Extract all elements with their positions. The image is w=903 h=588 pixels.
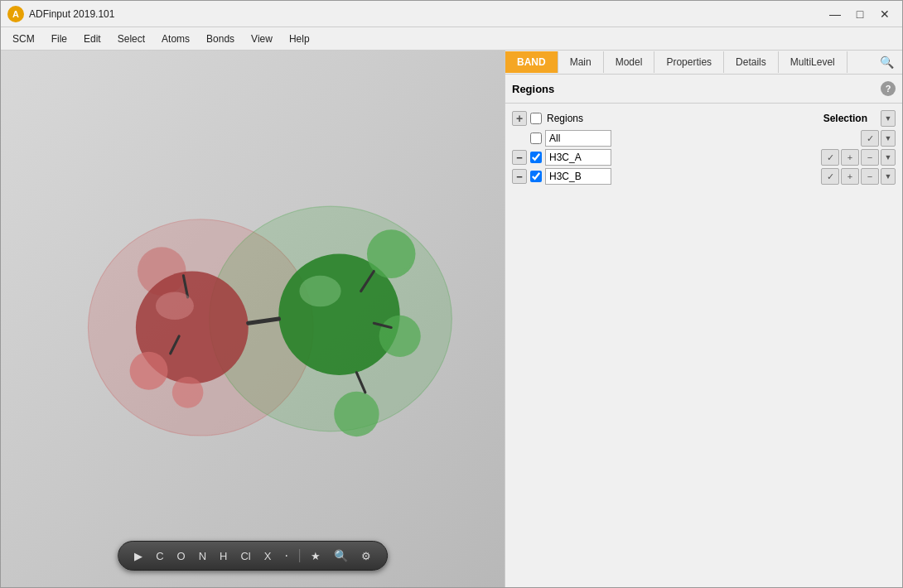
h3ca-remove-button[interactable]: − (512, 150, 527, 165)
element-Cl[interactable]: Cl (238, 548, 253, 564)
menu-file[interactable]: File (43, 30, 75, 48)
menu-scm[interactable]: SCM (4, 30, 43, 48)
svg-point-17 (299, 276, 340, 307)
menu-view[interactable]: View (243, 30, 281, 48)
svg-point-4 (130, 352, 168, 390)
h3ca-sel-minus[interactable]: − (861, 149, 879, 166)
h3cb-sel-plus[interactable]: + (841, 168, 859, 185)
all-region-checkbox[interactable] (530, 133, 542, 144)
menu-help[interactable]: Help (281, 30, 318, 48)
h3ca-checkbox[interactable] (530, 152, 542, 163)
regions-header-checkbox[interactable] (530, 113, 542, 124)
maximize-button[interactable]: □ (849, 6, 871, 22)
selection-dropdown[interactable]: ▼ (881, 110, 896, 127)
star-tool[interactable]: ★ (308, 548, 323, 564)
tab-model[interactable]: Model (604, 51, 655, 73)
menu-edit[interactable]: Edit (75, 30, 109, 48)
h3ca-sel-check[interactable]: ✓ (821, 149, 839, 166)
h3ca-region-row: − ✓ + − ▼ (512, 149, 896, 166)
h3ca-name-input[interactable] (545, 149, 611, 166)
app-icon: A (7, 6, 24, 22)
h3cb-sel-minus[interactable]: − (861, 168, 879, 185)
element-dot[interactable]: · (282, 547, 290, 565)
panel-title-bar: Regions ? (505, 75, 902, 104)
h3cb-sel-dropdown[interactable]: ▼ (881, 168, 896, 185)
all-region-name[interactable] (545, 130, 611, 147)
element-N[interactable]: N (196, 548, 209, 564)
window-controls: — □ ✕ (824, 6, 896, 22)
svg-point-16 (156, 292, 194, 320)
close-button[interactable]: ✕ (874, 6, 896, 22)
h3cb-remove-button[interactable]: − (512, 169, 527, 184)
h3cb-checkbox[interactable] (530, 171, 542, 182)
search-tool[interactable]: 🔍 (331, 547, 350, 564)
regions-label: Regions (547, 113, 583, 124)
all-sel-check-button[interactable]: ✓ (861, 130, 879, 147)
h3ca-sel-buttons: ✓ + − ▼ (821, 149, 896, 166)
content-area: ▶ C O N H Cl X · ★ 🔍 ⚙ BAND Main Model P… (1, 51, 902, 587)
element-C[interactable]: C (153, 548, 166, 564)
tab-properties[interactable]: Properties (654, 51, 724, 73)
panel-title-text: Regions (512, 83, 554, 95)
settings-tool[interactable]: ⚙ (359, 548, 374, 564)
title-bar: A ADFinput 2019.101 — □ ✕ (1, 1, 902, 27)
all-region-row: ✓ ▼ (512, 130, 896, 147)
h3cb-sel-buttons: ✓ + − ▼ (821, 168, 896, 185)
tab-search-icon[interactable]: 🔍 (872, 51, 902, 74)
tab-multilevel[interactable]: MultiLevel (779, 51, 847, 73)
tab-band[interactable]: BAND (505, 51, 558, 73)
add-region-button[interactable]: + (512, 111, 527, 126)
menu-bonds[interactable]: Bonds (198, 30, 243, 48)
element-H[interactable]: H (217, 548, 229, 564)
all-sel-buttons: ✓ ▼ (861, 130, 896, 147)
molecule-viewer[interactable]: ▶ C O N H Cl X · ★ 🔍 ⚙ (1, 51, 505, 587)
all-sel-dropdown[interactable]: ▼ (881, 130, 896, 147)
element-O[interactable]: O (175, 548, 188, 564)
minimize-button[interactable]: — (824, 6, 846, 22)
window-title: ADFinput 2019.101 (29, 8, 824, 20)
svg-point-9 (334, 392, 379, 436)
tabs-bar: BAND Main Model Properties Details Multi… (505, 51, 902, 75)
panel-content: Regions ? + Regions Selection ▼ (505, 75, 902, 587)
cursor-tool[interactable]: ▶ (132, 548, 145, 564)
svg-point-8 (379, 316, 421, 357)
h3cb-name-input[interactable] (545, 168, 611, 185)
molecule-svg (1, 51, 505, 587)
regions-header-row: + Regions Selection ▼ (512, 110, 896, 127)
h3ca-sel-plus[interactable]: + (841, 149, 859, 166)
tab-main[interactable]: Main (558, 51, 604, 73)
tab-details[interactable]: Details (724, 51, 779, 73)
toolbar-sep-1 (299, 549, 300, 562)
h3ca-sel-dropdown[interactable]: ▼ (881, 149, 896, 166)
menu-bar: SCM File Edit Select Atoms Bonds View He… (1, 27, 902, 51)
h3cb-region-row: − ✓ + − ▼ (512, 168, 896, 185)
h3cb-sel-check[interactable]: ✓ (821, 168, 839, 185)
menu-atoms[interactable]: Atoms (153, 30, 198, 48)
right-panel: BAND Main Model Properties Details Multi… (505, 51, 902, 587)
help-button[interactable]: ? (881, 81, 896, 96)
regions-table: + Regions Selection ▼ ✓ ▼ (505, 104, 902, 194)
main-window: A ADFinput 2019.101 — □ ✕ SCM File Edit … (0, 0, 903, 588)
menu-select[interactable]: Select (109, 30, 153, 48)
selection-label: Selection (823, 113, 872, 124)
bottom-toolbar: ▶ C O N H Cl X · ★ 🔍 ⚙ (118, 541, 388, 571)
svg-point-5 (172, 377, 204, 408)
element-X[interactable]: X (262, 548, 274, 564)
